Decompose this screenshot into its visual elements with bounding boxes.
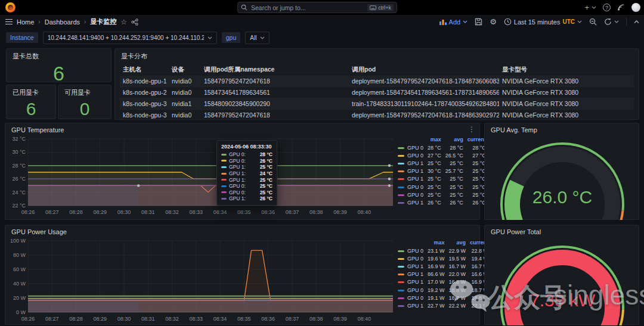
- timeseries-panel-gpu-temperature: GPU Temperature ⋮ 08:2608:2708:2808:2908…: [5, 123, 480, 220]
- svg-text:0 W: 0 W: [16, 309, 26, 315]
- svg-text:20 W: 20 W: [13, 295, 26, 301]
- search-placeholder: Search or jump to...: [251, 4, 364, 11]
- menu-toggle-icon[interactable]: [5, 19, 13, 25]
- legend-row[interactable]: GPU 125 °C25 °C25 °C: [398, 175, 486, 183]
- legend-value: 26 °C: [423, 198, 441, 206]
- legend-row[interactable]: GPU 023.1 W22.9 W22.8 W: [398, 247, 488, 254]
- legend-row[interactable]: GPU 122.7 W22.2 W22.1 W: [398, 302, 488, 309]
- zoom-out-icon[interactable]: [589, 18, 597, 26]
- legend-value: 19.2 W: [423, 286, 445, 294]
- table-column-header[interactable]: 调用pod所属namespace: [201, 64, 349, 76]
- series-name[interactable]: GPU 1: [407, 160, 423, 166]
- stat-panel-available-gpus[interactable]: 可用显卡 0: [58, 85, 112, 119]
- legend-row[interactable]: GPU 186.6 W22.0 W16.6 W: [398, 271, 488, 278]
- variable-gpu-select[interactable]: All: [245, 32, 270, 44]
- refresh-icon[interactable]: [604, 18, 612, 26]
- svg-text:40 W: 40 W: [13, 281, 26, 287]
- add-panel-button[interactable]: Add: [439, 18, 468, 26]
- table-column-header[interactable]: 设备: [169, 64, 201, 76]
- breadcrumb-dashboard-title[interactable]: 显卡监控: [90, 17, 116, 26]
- svg-text:08:31: 08:31: [141, 209, 155, 215]
- legend-row[interactable]: GPU 025 °C25 °C25 °C: [398, 183, 486, 191]
- svg-text:08:30: 08:30: [117, 209, 131, 215]
- temperature-chart[interactable]: 08:2608:2708:2808:2908:3008:3108:3208:33…: [7, 135, 398, 218]
- stat-panel-total-gpus[interactable]: 显卡总数 6: [6, 48, 112, 82]
- panel-title: GPU Power Usage: [5, 225, 479, 238]
- series-name[interactable]: GPU 1: [407, 279, 423, 285]
- svg-text:08:35: 08:35: [237, 316, 251, 322]
- search-icon: [241, 4, 247, 11]
- legend-row[interactable]: GPU 125 °C25 °C25 °C: [398, 159, 486, 167]
- legend-row[interactable]: GPU 025 °C25 °C25 °C: [398, 191, 486, 198]
- series-name[interactable]: GPU 1: [407, 271, 423, 277]
- series-color-dash: [398, 202, 404, 204]
- svg-text:32 °C: 32 °C: [12, 136, 26, 142]
- svg-text:08:40: 08:40: [357, 316, 371, 322]
- grafana-logo-icon[interactable]: [5, 2, 16, 13]
- series-name[interactable]: GPU 1: [407, 303, 423, 309]
- series-name[interactable]: GPU 0: [407, 248, 423, 254]
- series-name[interactable]: GPU 0: [407, 192, 423, 198]
- stat-panel-used-gpus[interactable]: 已用显卡 6: [6, 85, 56, 119]
- news-icon[interactable]: [617, 4, 625, 11]
- settings-gear-icon[interactable]: ⚙: [490, 17, 497, 26]
- share-icon[interactable]: [131, 18, 138, 26]
- series-name[interactable]: GPU 1: [407, 200, 423, 206]
- tooltip-row: GPU 1:26 °C: [221, 195, 273, 202]
- series-name[interactable]: GPU 0: [407, 295, 423, 301]
- table-header[interactable]: 主机名设备调用pod所属namespace调用pod显卡型号: [120, 64, 634, 76]
- legend-row[interactable]: GPU 117.0 W16.8 W16.9 W: [398, 278, 488, 286]
- breadcrumb-dashboards[interactable]: Dashboards: [45, 18, 80, 26]
- svg-text:08:27: 08:27: [45, 316, 59, 322]
- help-button[interactable]: ?: [603, 4, 611, 11]
- legend-row[interactable]: GPU 019.2 W18.8 W18.7 W: [398, 286, 488, 294]
- legend-row[interactable]: GPU 116.9 W16.7 W16.7 W: [398, 262, 488, 270]
- series-color-dash: [221, 191, 227, 193]
- legend-value: 16.9 W: [423, 262, 445, 270]
- legend-column-header: current: [463, 136, 486, 144]
- breadcrumb-separator: ›: [84, 18, 86, 25]
- series-name[interactable]: GPU 0: [407, 287, 423, 293]
- time-range-picker[interactable]: Last 15 minutes UTC: [504, 18, 582, 26]
- series-color-dash: [398, 194, 404, 196]
- star-icon[interactable]: ☆: [120, 18, 127, 26]
- breadcrumb-home[interactable]: Home: [17, 18, 34, 26]
- legend-row[interactable]: GPU 028 °C28 °C28 °C: [398, 144, 486, 151]
- table-column-header[interactable]: 调用pod: [349, 64, 499, 76]
- new-button[interactable]: +: [584, 3, 596, 12]
- series-color-dash: [221, 198, 227, 200]
- legend-row[interactable]: GPU 019.1 W18.7 W18.8 W: [398, 294, 488, 302]
- svg-text:28 °C: 28 °C: [12, 163, 26, 169]
- legend-row[interactable]: GPU 126 °C26 °C26 °C: [398, 198, 486, 206]
- series-name[interactable]: GPU 1: [407, 263, 423, 269]
- legend-value: 25.7 °C: [441, 167, 463, 175]
- refresh-interval-dropdown[interactable]: [614, 20, 619, 23]
- series-name[interactable]: GPU 1: [407, 176, 423, 182]
- svg-text:08:33: 08:33: [190, 209, 203, 215]
- user-avatar[interactable]: [631, 3, 640, 12]
- table-column-header[interactable]: 显卡型号: [499, 64, 634, 76]
- power-usage-chart[interactable]: 08:2608:2708:2808:2908:3008:3108:3208:33…: [7, 237, 398, 324]
- svg-text:08:34: 08:34: [213, 316, 227, 322]
- gauge-panel-gpu-avg-temp: GPU Avg. Temp 26.0 °C: [484, 123, 639, 220]
- legend-row[interactable]: GPU 019.6 W19.5 W19.4 W: [398, 254, 488, 262]
- series-name[interactable]: GPU 0: [407, 184, 423, 190]
- series-color-dash: [398, 163, 404, 164]
- save-dashboard-button[interactable]: [475, 18, 482, 26]
- table-column-header[interactable]: 主机名: [120, 64, 169, 76]
- legend-row[interactable]: GPU 027 °C26.5 °C27 °C: [398, 151, 486, 159]
- temperature-legend: maxavgcurrentGPU 028 °C28 °C28 °CGPU 027…: [398, 136, 478, 207]
- table-cell: NVIDIA GeForce RTX 3080: [499, 98, 634, 110]
- chevron-up-icon[interactable]: [634, 20, 639, 24]
- series-name[interactable]: GPU 0: [407, 145, 423, 151]
- series-color-dash: [398, 187, 404, 188]
- series-name[interactable]: GPU 0: [407, 256, 423, 262]
- series-name[interactable]: GPU 1: [407, 168, 423, 174]
- panel-title: 显卡分布: [115, 49, 639, 64]
- series-name[interactable]: GPU 0: [407, 153, 423, 159]
- legend-value: 28 °C: [463, 144, 486, 151]
- legend-row[interactable]: GPU 130 °C25.7 °C25 °C: [398, 167, 486, 175]
- search-input[interactable]: Search or jump to... ctrl+k: [237, 2, 397, 13]
- variable-instance-select[interactable]: 10.244.248.141:9400 + 10.244.252.91:9400…: [43, 32, 217, 44]
- panel-menu-icon[interactable]: ⋮: [468, 125, 475, 133]
